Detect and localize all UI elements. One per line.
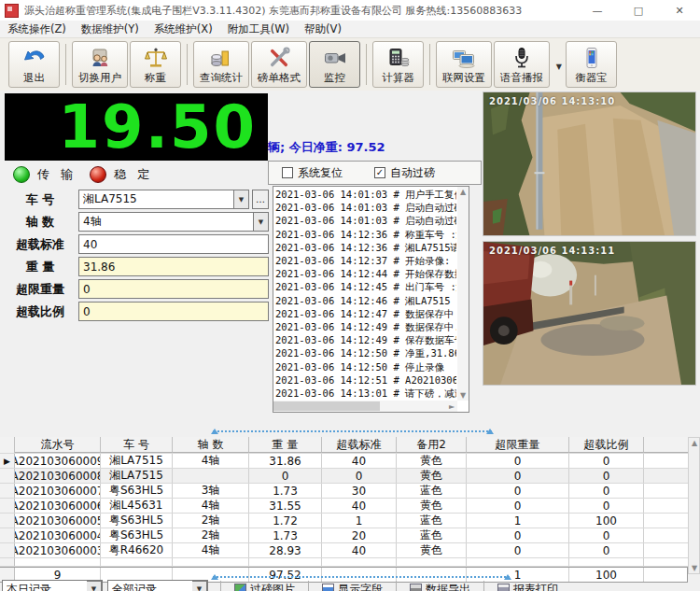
cell[interactable]: A202103060007 (15, 484, 101, 498)
chevron-down-icon[interactable]: ▼ (234, 190, 249, 209)
table-row[interactable]: A202103060003粤R466204轴28.9340黄色00 (0, 543, 688, 558)
cell[interactable]: 4轴 (173, 543, 249, 557)
cell[interactable] (173, 469, 249, 483)
cell[interactable]: 40 (322, 543, 397, 557)
calculator-button[interactable]: 计算器 (372, 41, 424, 88)
scroll-down-icon[interactable]: ▼ (457, 391, 469, 400)
cell[interactable]: A202103060004 (15, 528, 101, 542)
checkbox-icon[interactable] (374, 167, 385, 178)
horizontal-splitter-top[interactable] (213, 430, 492, 435)
query-stats-button[interactable]: 查询统计 (193, 41, 249, 88)
table-scroll-up-icon[interactable]: ▲ (689, 439, 700, 447)
column-header-0[interactable]: 流水号 (15, 437, 101, 453)
log-horizontal-scrollbar[interactable]: ► (273, 401, 457, 412)
cell[interactable]: 湘LA7515 (101, 469, 173, 483)
menu-item-4[interactable]: 帮助(V) (304, 22, 342, 36)
cell[interactable]: 黄色 (397, 469, 467, 483)
table-row[interactable]: A202103060007粤S63HL53轴1.7330蓝色00 (0, 484, 688, 499)
cell[interactable]: 黄色 (397, 543, 467, 557)
column-header-3[interactable]: 重 量 (249, 437, 322, 453)
column-header-4[interactable]: 超载标准 (322, 437, 397, 453)
report-print-button[interactable]: 报表打印 (492, 580, 564, 591)
cell[interactable]: 0 (569, 484, 644, 498)
checkbox-system-reset[interactable]: 系统复位 (282, 165, 343, 181)
chevron-down-icon[interactable]: ▼ (254, 212, 269, 232)
monitor-button[interactable]: 监控 (309, 41, 360, 88)
table-row[interactable]: A202103060005粤S63HL52轴1.721蓝色1100 (0, 514, 688, 528)
switch-user-button[interactable]: 切换用户 (72, 41, 128, 88)
close-button[interactable]: ✕ (659, 0, 700, 21)
overload-ratio-field[interactable]: 0 (78, 302, 269, 321)
menu-item-3[interactable]: 附加工具(W) (228, 22, 289, 36)
table-scroll-down-icon[interactable]: ▼ (689, 564, 700, 572)
cell[interactable]: A202103060005 (15, 514, 101, 528)
weigh-button[interactable]: 称重 (130, 41, 181, 88)
scroll-up-icon[interactable]: ▲ (457, 188, 469, 196)
minimize-button[interactable]: — (577, 0, 618, 21)
display-fields-button[interactable]: 显示字段 (316, 580, 388, 591)
cell[interactable]: 蓝色 (397, 484, 467, 498)
column-header-2[interactable]: 轴 数 (173, 437, 249, 453)
cell[interactable]: 40 (322, 499, 397, 513)
record-filter-select-0[interactable]: 本日记录▼ (2, 580, 103, 591)
column-header-7[interactable]: 超载比例 (569, 437, 644, 453)
table-row[interactable]: A202103060008湘LA751500黄色00 (0, 469, 688, 484)
cell[interactable]: 湘L45631 (101, 499, 173, 513)
exit-button[interactable]: 退出 (8, 41, 60, 88)
cell[interactable]: 2轴 (173, 528, 249, 542)
cell[interactable]: 1 (467, 514, 569, 528)
cell[interactable]: 0 (467, 454, 569, 468)
cell[interactable]: 0 (467, 528, 569, 542)
cell[interactable]: 31.55 (249, 499, 322, 513)
column-header-6[interactable]: 超限重量 (467, 437, 569, 453)
column-header-1[interactable]: 车 号 (101, 437, 173, 453)
cell[interactable]: A202103060006 (15, 499, 101, 513)
cell[interactable]: 0 (569, 454, 644, 468)
cell[interactable]: 1.73 (249, 484, 322, 498)
cell[interactable]: 0 (467, 484, 569, 498)
cell[interactable]: A202103060003 (15, 543, 101, 557)
cell[interactable]: A202103060008 (15, 469, 101, 483)
menu-item-1[interactable]: 数据维护(Y) (81, 22, 139, 36)
record-filter-select-1[interactable]: 全部记录▼ (107, 580, 208, 591)
cell[interactable]: 3轴 (173, 484, 249, 498)
checkbox-auto-weigh[interactable]: 自动过磅 (374, 165, 435, 181)
scale-treasure-button[interactable]: 衡器宝 (566, 41, 617, 88)
cell[interactable]: 0 (467, 469, 569, 483)
chevron-down-icon[interactable]: ▼ (87, 581, 102, 591)
cell[interactable]: 1.72 (249, 514, 322, 528)
cell[interactable]: 2轴 (173, 514, 249, 528)
voice-broadcast-button[interactable]: 语音播报▼ (494, 41, 550, 88)
cell[interactable]: 0 (569, 469, 644, 483)
cell[interactable]: 粤S63HL5 (101, 484, 173, 498)
column-header-5[interactable]: 备用2 (397, 437, 467, 453)
cell[interactable]: 粤S63HL5 (101, 528, 173, 542)
weigh-photos-button[interactable]: 过磅图片 (229, 580, 301, 591)
cell[interactable]: 0 (467, 499, 569, 513)
cell[interactable]: 0 (249, 469, 322, 483)
event-log[interactable]: 2021-03-06 14:01:03 # 用户手工复位2021-03-06 1… (273, 186, 469, 413)
overload-standard-field[interactable]: 40 (78, 234, 269, 254)
scrollbar-thumb[interactable] (273, 401, 380, 411)
cell[interactable]: 粤R46620 (101, 543, 173, 557)
table-vertical-scrollbar[interactable]: ▲ ▼ (688, 437, 700, 574)
cell[interactable]: 20 (322, 528, 397, 542)
cell[interactable]: 28.93 (249, 543, 322, 557)
cell[interactable]: 0 (569, 528, 644, 542)
cell[interactable]: 0 (569, 499, 644, 513)
overlimit-weight-field[interactable]: 0 (78, 279, 269, 299)
vehicle-number-field[interactable]: 湘LA7515 (78, 190, 234, 209)
cell[interactable]: 湘LA7515 (101, 454, 173, 468)
cell[interactable]: 31.86 (249, 454, 322, 468)
cell[interactable]: 0 (569, 543, 644, 557)
log-vertical-scrollbar[interactable]: ▲ ▼ (457, 187, 469, 401)
maximize-button[interactable]: □ (618, 0, 659, 21)
table-row[interactable]: A202103060004粤S63HL52轴1.7320蓝色00 (0, 528, 688, 543)
data-export-button[interactable]: 数据导出 (404, 580, 476, 591)
menu-item-2[interactable]: 系统维护(X) (154, 22, 213, 36)
cell[interactable]: 蓝色 (397, 514, 467, 528)
browse-button[interactable]: … (252, 190, 269, 209)
axle-count-field[interactable]: 4轴 (78, 212, 254, 232)
table-row[interactable]: A202103060006湘L456314轴31.5540黄色00 (0, 499, 688, 514)
cell[interactable]: 黄色 (397, 499, 467, 513)
